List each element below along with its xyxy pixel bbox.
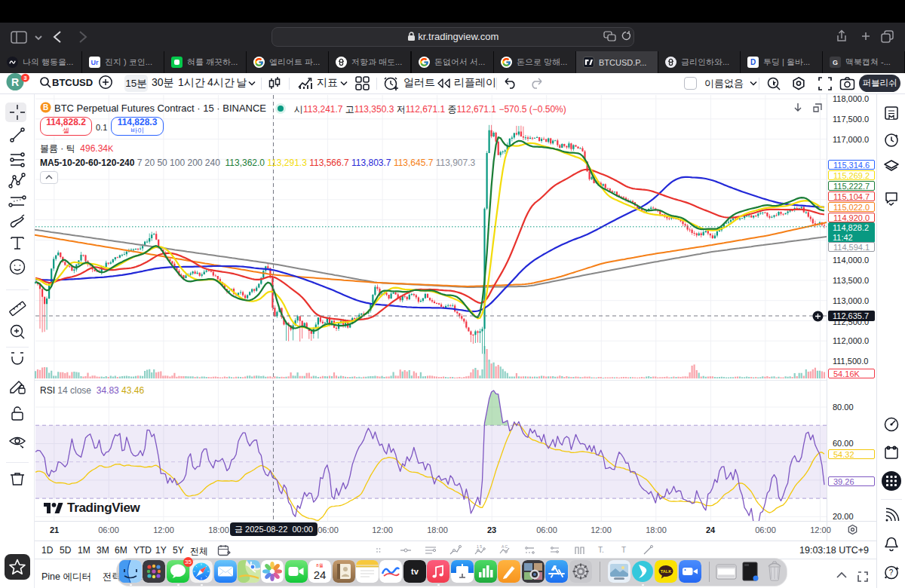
- svg-text:B: B: [43, 103, 48, 112]
- svg-text:T.: T.: [598, 546, 604, 554]
- svg-text:24: 24: [314, 568, 327, 581]
- svg-text:T: T: [621, 546, 626, 554]
- svg-text:tv: tv: [411, 567, 419, 576]
- svg-text:3: 3: [23, 75, 27, 81]
- svg-text:TALK: TALK: [661, 569, 671, 574]
- svg-text:A C: A C: [502, 544, 508, 549]
- svg-text:R: R: [11, 76, 19, 88]
- svg-text:8월: 8월: [316, 563, 323, 568]
- svg-text:1 5: 1 5: [477, 544, 482, 549]
